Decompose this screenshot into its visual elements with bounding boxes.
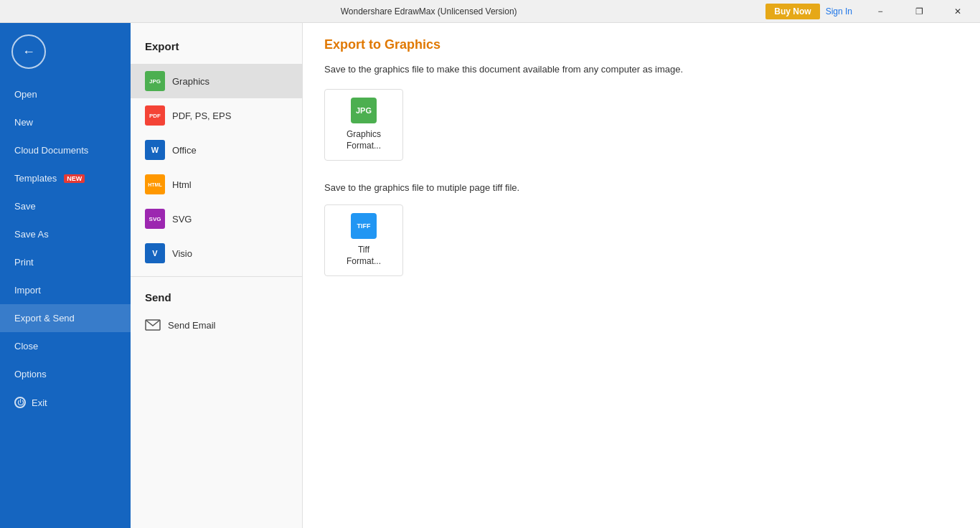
pdf-icon: PDF: [145, 105, 165, 126]
content-desc1: Save to the graphics file to make this d…: [324, 64, 958, 75]
maximize-button[interactable]: ❐: [903, 0, 936, 23]
sidebar-item-save-as[interactable]: Save As: [0, 220, 131, 248]
sidebar-item-label: Options: [14, 369, 47, 380]
export-menu-label: SVG: [172, 214, 192, 225]
format-cards: JPG GraphicsFormat...: [324, 89, 958, 161]
export-menu-html[interactable]: HTML Html: [131, 167, 302, 202]
tiff-card-label: TiffFormat...: [347, 245, 381, 267]
back-button[interactable]: ←: [11, 34, 46, 69]
email-icon: [145, 319, 161, 331]
sidebar-item-open[interactable]: Open: [0, 80, 131, 108]
titlebar-actions: Buy Now Sign In: [765, 4, 852, 19]
export-section-title: Export: [131, 34, 302, 64]
svg-icon: SVG: [145, 209, 165, 229]
export-sidebar: Export JPG Graphics PDF PDF, PS, EPS W O…: [131, 23, 303, 528]
export-menu-visio[interactable]: V Visio: [131, 236, 302, 270]
graphics-icon: JPG: [145, 71, 165, 91]
sign-in-link[interactable]: Sign In: [826, 6, 852, 16]
content-desc2: Save to the graphics file to mutiple pag…: [324, 182, 958, 193]
back-icon: ←: [22, 44, 35, 60]
sidebar-item-export[interactable]: Export & Send: [0, 304, 131, 332]
sidebar: ← Open New Cloud Documents Templates NEW…: [0, 23, 131, 528]
format-card-tiff[interactable]: TIFF TiffFormat...: [324, 204, 403, 276]
close-button[interactable]: ✕: [941, 0, 974, 23]
sidebar-item-import[interactable]: Import: [0, 276, 131, 304]
sidebar-item-label: Import: [14, 285, 41, 296]
buy-now-button[interactable]: Buy Now: [765, 4, 819, 19]
sidebar-item-label: Exit: [32, 397, 47, 408]
sidebar-item-exit[interactable]: ⏻ Exit: [0, 388, 131, 417]
send-email-label: Send Email: [168, 320, 215, 331]
sidebar-item-label: Save: [14, 201, 36, 212]
office-icon: W: [145, 140, 165, 160]
titlebar: Wondershare EdrawMax (Unlicensed Version…: [0, 0, 980, 23]
sidebar-item-label: Close: [14, 341, 38, 352]
minimize-button[interactable]: −: [864, 0, 897, 23]
export-menu-label: Html: [172, 179, 192, 190]
content-title: Export to Graphics: [324, 37, 958, 52]
send-email-item[interactable]: Send Email: [131, 312, 302, 338]
send-section-title: Send: [131, 276, 302, 312]
sidebar-item-label: Cloud Documents: [14, 145, 88, 156]
export-menu-graphics[interactable]: JPG Graphics: [131, 64, 302, 98]
format-card-jpg[interactable]: JPG GraphicsFormat...: [324, 89, 403, 161]
sidebar-item-new[interactable]: New: [0, 108, 131, 136]
export-menu-label: PDF, PS, EPS: [172, 110, 231, 121]
jpg-card-icon: JPG: [351, 98, 377, 123]
sidebar-item-close[interactable]: Close: [0, 332, 131, 360]
main-layout: ← Open New Cloud Documents Templates NEW…: [0, 23, 980, 528]
export-menu-label: Office: [172, 145, 197, 156]
sidebar-item-print[interactable]: Print: [0, 248, 131, 276]
html-icon: HTML: [145, 174, 165, 194]
sidebar-item-label: Print: [14, 257, 34, 268]
new-badge: NEW: [64, 174, 85, 183]
titlebar-title: Wondershare EdrawMax (Unlicensed Version…: [92, 6, 765, 16]
export-menu-label: Graphics: [172, 76, 209, 87]
sidebar-item-cloud[interactable]: Cloud Documents: [0, 136, 131, 164]
export-menu-office[interactable]: W Office: [131, 133, 302, 167]
tiff-card-icon: TIFF: [351, 213, 377, 239]
sidebar-item-label: Save As: [14, 229, 49, 240]
sidebar-item-save[interactable]: Save: [0, 192, 131, 220]
sidebar-item-options[interactable]: Options: [0, 360, 131, 388]
export-menu-label: Visio: [172, 248, 192, 259]
sidebar-item-label: Export & Send: [14, 313, 75, 324]
sidebar-item-label: Templates: [14, 173, 57, 184]
sidebar-item-label: New: [14, 117, 33, 128]
export-menu-svg[interactable]: SVG SVG: [131, 202, 302, 236]
sidebar-item-templates[interactable]: Templates NEW: [0, 164, 131, 192]
sidebar-item-label: Open: [14, 89, 37, 100]
exit-icon: ⏻: [14, 397, 26, 408]
export-menu-pdf[interactable]: PDF PDF, PS, EPS: [131, 98, 302, 133]
visio-icon: V: [145, 243, 165, 263]
tiff-cards: TIFF TiffFormat...: [324, 204, 958, 276]
jpg-card-label: GraphicsFormat...: [347, 129, 381, 151]
content-area: Export to Graphics Save to the graphics …: [303, 23, 980, 528]
